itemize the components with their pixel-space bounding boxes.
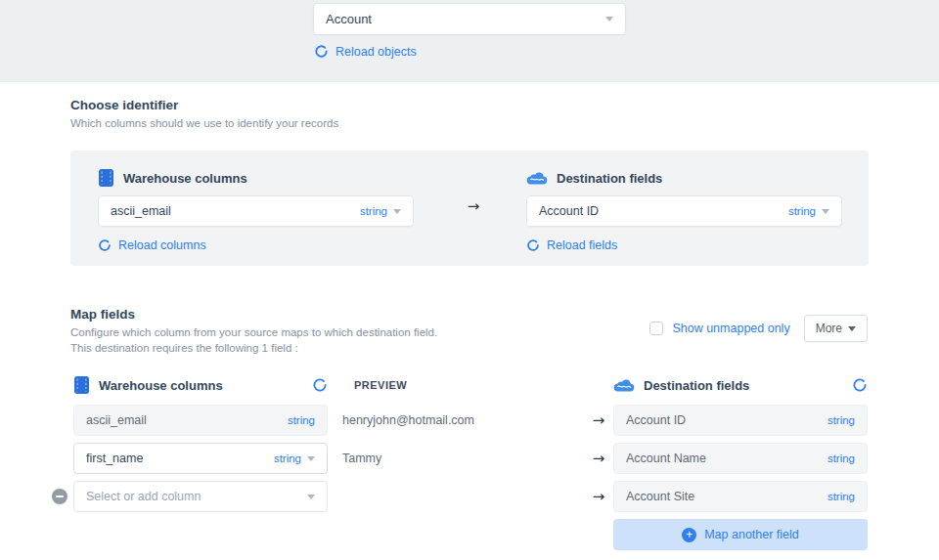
reload-fields-link[interactable]: Reload fields	[526, 238, 842, 252]
destination-fields-label: Destination fields	[557, 171, 662, 186]
reload-columns-icon[interactable]	[312, 377, 328, 393]
destination-field-chip: Account Site string	[613, 481, 868, 512]
map-fields-description-line2: This destination requires the following …	[70, 341, 437, 356]
reload-columns-link[interactable]: Reload columns	[98, 238, 414, 252]
destination-field-type: string	[827, 452, 855, 464]
map-fields-section-header: Map fields Configure which column from y…	[70, 307, 437, 356]
database-icon	[73, 376, 90, 394]
destination-field-type: string	[827, 491, 855, 502]
arrow-right-icon: →	[593, 450, 605, 467]
source-column-placeholder: Select or add column	[86, 490, 201, 503]
destination-field-chip: Account Name string	[613, 443, 868, 474]
preview-value: Tammy	[342, 452, 381, 465]
refresh-icon	[526, 238, 540, 252]
destination-fields-header: Destination fields	[526, 169, 842, 187]
refresh-icon	[98, 238, 112, 252]
warehouse-columns-header: Warehouse columns	[98, 169, 414, 187]
identifier-panel: Warehouse columns ascii_email string Rel…	[70, 151, 869, 266]
destination-field-chip: Account ID string	[613, 405, 868, 436]
cloud-icon	[526, 171, 548, 186]
source-column-value: ascii_email	[86, 413, 147, 427]
destination-field-value: Account Name	[626, 452, 706, 465]
identifier-destination-column: Destination fields Account ID string Rel…	[526, 169, 842, 252]
cloud-icon	[613, 378, 635, 393]
arrow-right-icon: →	[593, 488, 605, 505]
map-fields-description-line1: Configure which column from your source …	[70, 325, 437, 340]
reload-objects-label: Reload objects	[335, 45, 417, 59]
destination-field-type: string	[827, 414, 855, 426]
choose-identifier-section-header: Choose identifier Which columns should w…	[70, 98, 338, 131]
source-column-select-empty[interactable]: Select or add column	[73, 481, 328, 512]
source-column-type: string	[274, 452, 301, 464]
reload-columns-label: Reload columns	[118, 238, 206, 252]
show-unmapped-label[interactable]: Show unmapped only	[672, 322, 789, 335]
chevron-down-icon	[822, 209, 829, 214]
mapping-grid: Warehouse columns PREVIEW Destination fi…	[52, 369, 868, 557]
identifier-destination-type: string	[788, 205, 829, 217]
object-select-value: Account	[326, 12, 372, 26]
arrow-right-icon: →	[593, 411, 605, 429]
identifier-destination-value: Account ID	[539, 204, 599, 218]
preview-value: henryjohn@hotmail.com	[342, 413, 474, 427]
chevron-down-icon	[307, 495, 315, 499]
chevron-down-icon	[848, 326, 856, 331]
identifier-warehouse-select[interactable]: ascii_email string	[98, 195, 414, 227]
more-button-label: More	[816, 322, 842, 335]
reload-fields-label: Reload fields	[547, 238, 617, 252]
mapping-grid-header: Warehouse columns PREVIEW Destination fi…	[52, 369, 868, 401]
source-column-select[interactable]: first_name string	[73, 443, 328, 474]
chevron-down-icon	[393, 209, 401, 214]
reload-fields-icon[interactable]	[852, 377, 868, 393]
grid-warehouse-header: Warehouse columns	[99, 378, 223, 393]
mapping-arrow: →	[462, 197, 485, 215]
identifier-warehouse-column: Warehouse columns ascii_email string Rel…	[98, 169, 414, 252]
source-column-value: first_name	[86, 452, 143, 465]
reload-objects-link[interactable]: Reload objects	[314, 44, 417, 59]
map-another-row: + Map another field	[52, 519, 868, 550]
identifier-warehouse-type: string	[360, 205, 401, 217]
arrow-right-icon: →	[468, 197, 480, 215]
destination-field-value: Account ID	[626, 413, 686, 427]
object-select[interactable]: Account	[313, 3, 626, 35]
chevron-down-icon	[605, 17, 613, 22]
identifier-warehouse-value: ascii_email	[111, 204, 171, 218]
grid-preview-header: PREVIEW	[354, 379, 407, 391]
database-icon	[98, 169, 114, 187]
refresh-icon	[314, 44, 329, 59]
plus-icon: +	[682, 528, 696, 542]
choose-identifier-title: Choose identifier	[70, 98, 338, 112]
top-bar: Account Reload objects	[0, 0, 939, 82]
mapping-row-first-name: first_name string Tammy → Account Name s…	[52, 443, 868, 474]
source-column-type: string	[288, 414, 315, 426]
source-column-chip: ascii_email string	[73, 405, 328, 436]
mapping-row-ascii-email: ascii_email string henryjohn@hotmail.com…	[52, 405, 868, 436]
main-content: Choose identifier Which columns should w…	[0, 82, 939, 560]
grid-destination-header: Destination fields	[644, 378, 749, 393]
chevron-down-icon	[307, 456, 315, 461]
map-another-field-label: Map another field	[704, 528, 799, 541]
mapping-row-empty: Select or add column → Account Site stri…	[52, 481, 868, 512]
map-another-field-button[interactable]: + Map another field	[613, 519, 868, 550]
remove-row-icon[interactable]	[52, 489, 67, 504]
map-fields-title: Map fields	[70, 307, 437, 322]
destination-field-value: Account Site	[626, 490, 694, 503]
show-unmapped-checkbox[interactable]	[649, 322, 663, 335]
identifier-destination-select[interactable]: Account ID string	[526, 195, 842, 227]
choose-identifier-subtitle: Which columns should we use to identify …	[70, 116, 338, 131]
more-button[interactable]: More	[804, 315, 868, 342]
map-fields-controls: Show unmapped only More	[649, 315, 868, 342]
warehouse-columns-label: Warehouse columns	[123, 171, 247, 186]
